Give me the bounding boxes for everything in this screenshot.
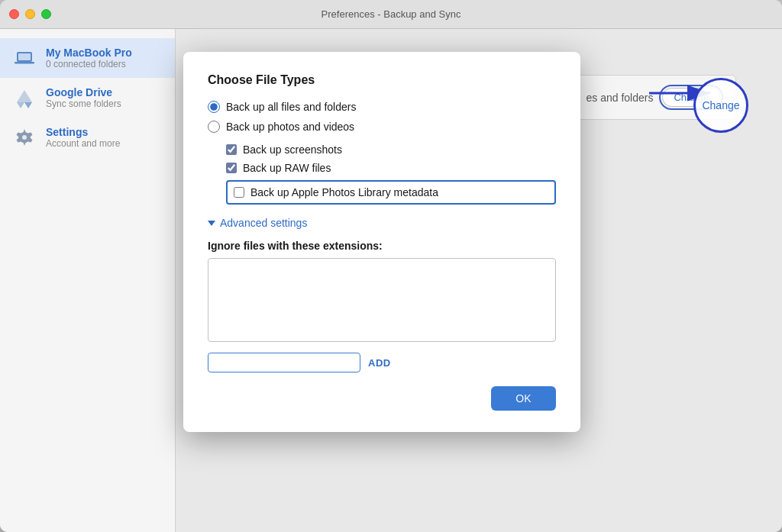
drive-icon: [12, 85, 37, 110]
checkbox-screenshots-label: Back up screenshots: [243, 143, 342, 156]
maximize-button[interactable]: [41, 9, 51, 19]
advanced-settings-label: Advanced settings: [220, 217, 307, 229]
app-window: Preferences - Backup and Sync My MacBook…: [0, 0, 782, 532]
traffic-lights: [9, 9, 51, 19]
advanced-settings-section: Advanced settings Ignore files with thes…: [208, 217, 556, 372]
advanced-settings-toggle[interactable]: Advanced settings: [208, 217, 556, 229]
svg-marker-4: [17, 102, 24, 108]
radio-group-file-types: Back up all files and folders Back up ph…: [208, 101, 556, 133]
extensions-textarea[interactable]: [208, 258, 556, 342]
extensions-label: Ignore files with these extensions:: [208, 240, 556, 252]
svg-rect-2: [15, 62, 34, 64]
radio-photos-videos[interactable]: [208, 121, 220, 133]
sidebar-item-macbook[interactable]: My MacBook Pro 0 connected folders: [0, 38, 175, 78]
add-extension-input[interactable]: [208, 353, 360, 372]
sidebar-settings-text: Settings Account and more: [46, 126, 120, 149]
sidebar-gdrive-sublabel: Sync some folders: [46, 98, 121, 109]
close-button[interactable]: [9, 9, 19, 19]
radio-photos-videos-label: Back up photos and videos: [226, 121, 354, 133]
radio-all-files-label: Back up all files and folders: [226, 101, 356, 113]
checkbox-raw-files-label: Back up RAW files: [243, 162, 331, 174]
laptop-icon: [12, 46, 37, 70]
modal-dialog: Choose File Types Back up all files and …: [183, 52, 580, 432]
sidebar-macbook-label: My MacBook Pro: [46, 47, 132, 59]
sidebar-macbook-sublabel: 0 connected folders: [46, 59, 132, 69]
gear-icon: [12, 125, 37, 150]
svg-point-7: [22, 135, 27, 140]
triangle-down-icon: [208, 221, 215, 226]
checkbox-screenshots[interactable]: [226, 144, 237, 155]
sidebar-gdrive-text: Google Drive Sync some folders: [46, 86, 121, 109]
checkbox-option-apple-photos[interactable]: Back up Apple Photos Library metadata: [226, 180, 556, 205]
radio-option-photos-videos[interactable]: Back up photos and videos: [208, 121, 556, 133]
sidebar: My MacBook Pro 0 connected folders Googl…: [0, 29, 176, 532]
checkbox-option-screenshots[interactable]: Back up screenshots: [226, 143, 556, 156]
titlebar: Preferences - Backup and Sync: [0, 0, 782, 29]
checkbox-apple-photos[interactable]: [234, 187, 244, 198]
sidebar-item-settings[interactable]: Settings Account and more: [0, 118, 175, 157]
ok-button[interactable]: OK: [491, 386, 556, 411]
sidebar-macbook-text: My MacBook Pro 0 connected folders: [46, 47, 132, 69]
sidebar-item-gdrive[interactable]: Google Drive Sync some folders: [0, 78, 175, 118]
svg-marker-3: [17, 90, 32, 102]
sidebar-gdrive-label: Google Drive: [46, 86, 121, 98]
svg-rect-1: [18, 53, 31, 60]
svg-marker-5: [24, 102, 32, 108]
ok-row: OK: [208, 386, 556, 411]
window-title: Preferences - Backup and Sync: [322, 8, 461, 20]
checkbox-option-raw-files[interactable]: Back up RAW files: [226, 162, 556, 174]
minimize-button[interactable]: [25, 9, 35, 19]
add-row: ADD: [208, 353, 556, 372]
bg-panel-text: es and folders: [586, 92, 654, 104]
checkbox-group-sub-options: Back up screenshots Back up RAW files Ba…: [226, 143, 556, 205]
sidebar-settings-sublabel: Account and more: [46, 138, 120, 149]
radio-option-all-files[interactable]: Back up all files and folders: [208, 101, 556, 113]
checkbox-apple-photos-label: Back up Apple Photos Library metadata: [250, 186, 438, 198]
bg-panel-content: es and folders Change: [570, 75, 737, 120]
checkbox-raw-files[interactable]: [226, 163, 237, 173]
radio-all-files[interactable]: [208, 101, 220, 113]
modal-title: Choose File Types: [208, 73, 556, 87]
change-button[interactable]: Change: [662, 88, 720, 107]
sidebar-settings-label: Settings: [46, 126, 120, 138]
add-extension-button[interactable]: ADD: [368, 357, 391, 369]
